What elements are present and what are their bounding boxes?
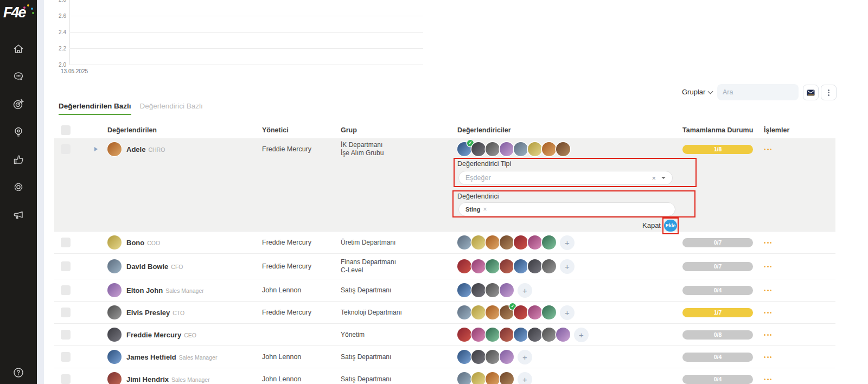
evaluator-avatar bbox=[471, 372, 486, 384]
evaluators-cell: + bbox=[457, 372, 682, 384]
evaluator-multiselect-input[interactable]: Sting× bbox=[458, 202, 675, 216]
add-evaluator-button[interactable]: + bbox=[518, 283, 532, 298]
sidebar-item-goals[interactable] bbox=[10, 96, 27, 112]
search-input[interactable] bbox=[723, 88, 810, 96]
evaluators-cell: + bbox=[457, 259, 682, 274]
table-row: Jimi HendrixSales ManagerJohn LennonSatı… bbox=[54, 368, 835, 384]
add-evaluator-button[interactable]: + bbox=[560, 235, 575, 250]
evaluator-avatar bbox=[500, 372, 514, 384]
group-cell: Yönetim bbox=[341, 331, 457, 339]
actions-menu-icon[interactable] bbox=[764, 379, 771, 380]
evaluated-avatar bbox=[107, 305, 122, 319]
evaluated-row: Freddie MercuryCEOYönetim+0/8 bbox=[54, 324, 835, 345]
actions-menu-icon[interactable] bbox=[764, 290, 771, 291]
group-name: Üretim Departmanı bbox=[341, 239, 457, 247]
group-cell: Satış Departmanı bbox=[341, 286, 457, 295]
sidebar-item-feedback[interactable] bbox=[10, 151, 27, 168]
close-button[interactable]: Kapat bbox=[642, 221, 661, 229]
trend-chart: 13.05.2025 2.82.62.42.22.0 bbox=[0, 0, 488, 81]
row-checkbox[interactable] bbox=[61, 308, 71, 317]
evaluator-avatar bbox=[500, 283, 514, 297]
sidebar-item-messages[interactable] bbox=[10, 68, 27, 85]
tab-evaluator-based[interactable]: Değerlendirici Bazlı bbox=[140, 102, 203, 115]
groups-dropdown[interactable]: Gruplar bbox=[682, 88, 712, 96]
actions-menu-icon[interactable] bbox=[764, 312, 771, 313]
completion-progress: 0/4 bbox=[682, 375, 753, 384]
col-manager: Yönetici bbox=[262, 126, 341, 134]
table-row: Elvis PresleyCTOFreddie MercuryTeknoloji… bbox=[54, 301, 835, 323]
idea-icon bbox=[12, 125, 25, 138]
evaluator-avatar bbox=[486, 259, 500, 273]
evaluator-avatar bbox=[514, 142, 528, 156]
evaluated-name: James Hetfield bbox=[126, 353, 176, 361]
select-all-checkbox[interactable] bbox=[61, 125, 71, 135]
row-checkbox[interactable] bbox=[61, 374, 71, 384]
group-name: Satış Departmanı bbox=[341, 353, 457, 361]
evaluator-avatar bbox=[457, 283, 471, 297]
add-evaluator-button[interactable]: + bbox=[560, 305, 575, 320]
evaluator-avatar bbox=[471, 235, 486, 249]
evaluator-type-value: Eşdeğer bbox=[465, 174, 652, 182]
row-checkbox[interactable] bbox=[61, 352, 71, 362]
actions-menu-icon[interactable] bbox=[764, 149, 771, 150]
evaluator-avatar bbox=[471, 142, 486, 156]
more-options-button[interactable] bbox=[821, 85, 837, 100]
row-checkbox[interactable] bbox=[61, 238, 71, 247]
group-name: İK Departmanı bbox=[341, 141, 457, 149]
completion-progress: 0/8 bbox=[682, 330, 753, 340]
evaluator-avatar bbox=[486, 372, 500, 384]
completion-progress: 0/4 bbox=[682, 286, 753, 295]
row-checkbox[interactable] bbox=[61, 330, 71, 340]
app-logo: F4e bbox=[3, 4, 35, 27]
add-button[interactable]: Ekle bbox=[664, 220, 677, 232]
evaluator-avatar bbox=[542, 328, 556, 342]
actions-menu-icon[interactable] bbox=[764, 242, 771, 244]
evaluator-avatar bbox=[514, 259, 528, 273]
group-cell: Teknoloji Departmanı bbox=[341, 309, 457, 317]
evaluator-avatar bbox=[528, 142, 542, 156]
add-evaluator-button[interactable]: + bbox=[518, 350, 532, 364]
tab-evaluated-based[interactable]: Değerlendirilen Bazlı bbox=[59, 102, 131, 115]
remove-tag-icon[interactable]: × bbox=[483, 206, 487, 213]
search-box[interactable] bbox=[717, 84, 799, 100]
row-checkbox[interactable] bbox=[61, 285, 71, 295]
evaluators-cell: + bbox=[457, 235, 682, 250]
row-checkbox[interactable] bbox=[61, 144, 71, 154]
groups-dropdown-label: Gruplar bbox=[682, 88, 705, 96]
actions-menu-icon[interactable] bbox=[764, 266, 771, 267]
group-cell: İK Departmanıİşe Alım Grubu bbox=[341, 141, 457, 157]
logo-dot-yellow bbox=[27, 4, 29, 7]
evaluator-avatar bbox=[457, 259, 471, 273]
evaluator-avatar bbox=[556, 328, 570, 342]
sidebar-item-announcements[interactable] bbox=[10, 207, 27, 223]
sidebar-item-ideas[interactable] bbox=[10, 124, 27, 140]
evaluator-avatar bbox=[500, 235, 514, 249]
group-cell: Satış Departmanı bbox=[341, 353, 457, 361]
completion-progress: 1/7 bbox=[682, 308, 753, 317]
evaluator-avatar bbox=[514, 235, 528, 249]
chart-y-tick: 2.2 bbox=[47, 46, 66, 52]
evaluator-type-select[interactable]: Eşdeğer× bbox=[458, 171, 673, 185]
settings-icon bbox=[12, 181, 25, 194]
evaluated-avatar bbox=[107, 328, 122, 342]
manager-name: John Lennon bbox=[262, 286, 341, 294]
sidebar-item-help[interactable] bbox=[10, 364, 27, 381]
manager-name: Freddie Mercury bbox=[262, 309, 341, 316]
group-name: Finans Departmanı bbox=[341, 258, 457, 266]
expand-arrow-icon[interactable] bbox=[94, 147, 98, 151]
logo-dot-green bbox=[32, 12, 34, 14]
mail-button[interactable] bbox=[803, 85, 819, 100]
clear-selection-icon[interactable]: × bbox=[652, 174, 656, 182]
row-checkbox[interactable] bbox=[61, 261, 71, 271]
evaluator-avatar bbox=[542, 259, 556, 273]
add-evaluator-button[interactable]: + bbox=[518, 372, 532, 384]
actions-menu-icon[interactable] bbox=[764, 356, 771, 358]
chart-y-tick: 2.0 bbox=[47, 62, 66, 68]
evaluated-title: Sales Manager bbox=[171, 376, 210, 383]
add-evaluator-button[interactable]: + bbox=[574, 328, 589, 342]
add-evaluator-button[interactable]: + bbox=[560, 259, 575, 274]
sidebar-item-settings[interactable] bbox=[10, 179, 27, 195]
sidebar-item-home[interactable] bbox=[10, 41, 27, 57]
evaluator-avatar bbox=[471, 350, 486, 364]
actions-menu-icon[interactable] bbox=[764, 334, 771, 336]
